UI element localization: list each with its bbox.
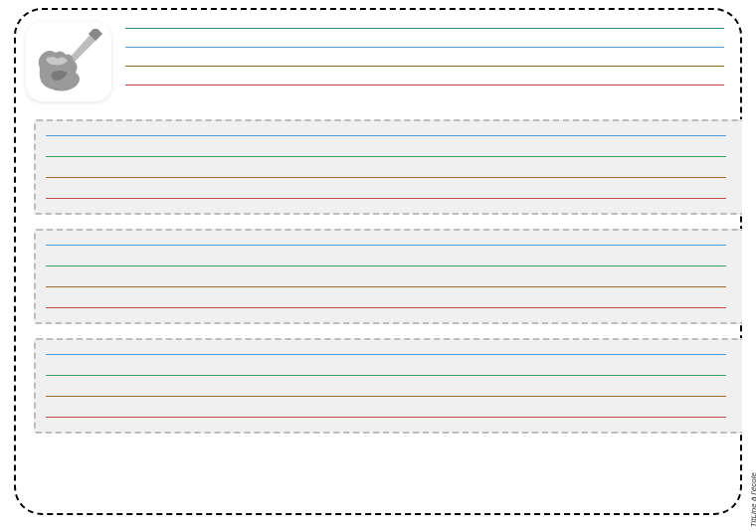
guide-line bbox=[125, 28, 724, 29]
pencil-hand-svg bbox=[34, 29, 103, 94]
worksheet-page bbox=[14, 8, 742, 515]
practice-line bbox=[46, 375, 726, 376]
hand-writing-icon bbox=[26, 22, 111, 101]
practice-block bbox=[34, 338, 742, 434]
guide-line bbox=[125, 66, 724, 67]
practice-line bbox=[46, 198, 726, 199]
practice-line bbox=[46, 396, 726, 397]
header-row bbox=[16, 22, 740, 105]
practice-line bbox=[46, 135, 726, 136]
guide-line bbox=[125, 85, 724, 86]
practice-line bbox=[46, 245, 726, 246]
credit-text: TitLine à l'école bbox=[749, 472, 756, 527]
practice-block bbox=[34, 229, 742, 324]
practice-line bbox=[46, 417, 726, 418]
practice-line bbox=[46, 156, 726, 157]
practice-line bbox=[46, 177, 726, 178]
practice-line bbox=[46, 307, 726, 308]
practice-line bbox=[46, 354, 726, 355]
header-guide-lines bbox=[125, 22, 724, 86]
practice-line bbox=[46, 266, 726, 266]
guide-line bbox=[125, 47, 724, 48]
practice-block bbox=[34, 119, 742, 215]
practice-line bbox=[46, 286, 726, 287]
